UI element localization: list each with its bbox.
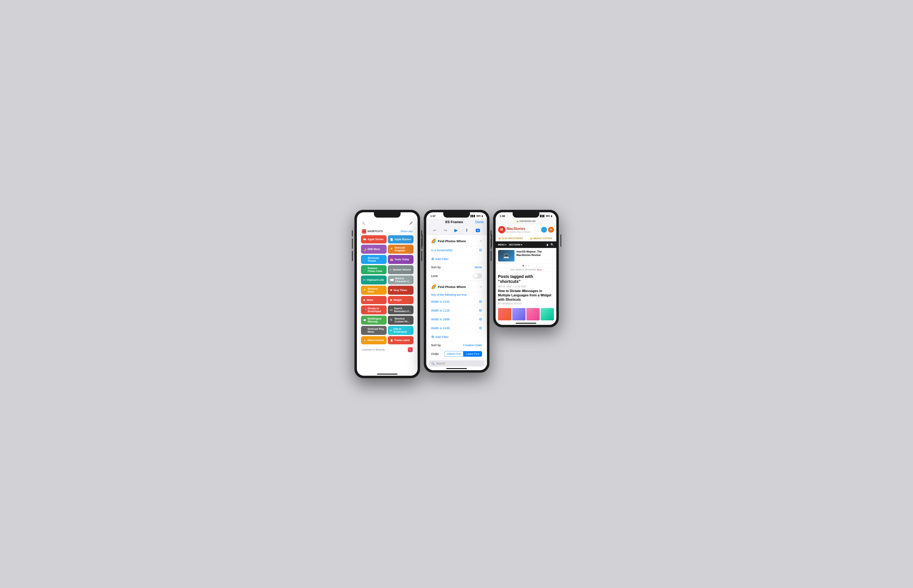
home-indicator-3	[516, 323, 536, 324]
search-icon-bottom: 🔍	[431, 362, 435, 365]
action-emoji-1: 🌈	[431, 239, 436, 244]
shortcut-shortcut-ideas[interactable]: 💡 Shortcut Ideas	[361, 286, 387, 295]
thumb-1[interactable]	[498, 308, 512, 320]
thumb-4[interactable]	[541, 308, 554, 320]
latest-first-btn[interactable]: Latest First	[463, 351, 482, 357]
close-action-1[interactable]: ✕	[479, 239, 482, 243]
widget-footer: Customize in Shortcuts ✂	[359, 346, 415, 354]
mute-button-3	[490, 230, 492, 236]
edit-button[interactable]: Edit	[380, 359, 395, 366]
carousel-dots	[495, 264, 556, 268]
article-title[interactable]: How to Dictate iMessages in Multiple Lan…	[498, 289, 554, 302]
shortcut-overcast-play[interactable]: 🎧 Overcast Play Menu	[361, 326, 387, 335]
article-author: BY FEDERICO VITICCI	[498, 302, 554, 305]
dot-2	[525, 265, 526, 267]
shortcut-apple-stories[interactable]: 📖 Apple Stories	[361, 235, 387, 244]
weekly-extras-btn[interactable]: 👑 WEEKLY EXTRAS	[526, 236, 556, 241]
shortcut-sexy-times[interactable]: ❤ Sexy Times	[388, 286, 413, 295]
oldest-first-btn[interactable]: Oldest First	[445, 351, 463, 357]
shortcut-label: Multilingual iMessag...	[368, 317, 385, 323]
shortcut-label: Apple Rumors	[395, 238, 411, 241]
shortcut-waist[interactable]: ✚ Waist	[361, 296, 387, 304]
remove-filter-w1242[interactable]: ⊖	[479, 299, 482, 304]
action-header-2: 🌈 Find Photos Where ✕	[429, 282, 484, 291]
shortcut-tasks-today[interactable]: 📅 Tasks Today	[388, 255, 413, 264]
remove-filter-1[interactable]: ⊖	[479, 248, 482, 252]
nav-bar-2: XS Frames Done	[426, 219, 487, 226]
search-bar-bottom[interactable]: 🔍 Search	[429, 360, 484, 367]
phone1-screen: 1:37 ▋▋▋ WiFi ▮ 🔍 Search 🎤 ✂	[357, 212, 418, 376]
add-filter-row-1[interactable]: ⊕ Add Filter	[429, 255, 484, 263]
shortcut-dnd-menu[interactable]: 🌙 DND Menu	[361, 245, 387, 254]
menu-nav-item[interactable]: MENU ▾	[498, 244, 507, 246]
share-icon[interactable]: ⬆	[465, 228, 468, 233]
shortcut-dictate[interactable]: 🎤 Dictate to Scratchpad	[361, 305, 387, 314]
shortcut-custom-sh[interactable]: 🔍 Shortcut Custom Sh...	[388, 316, 413, 325]
remove-filter-w2436[interactable]: ⊖	[479, 326, 482, 330]
done-button[interactable]: Done	[475, 220, 484, 224]
remove-filter-w1125[interactable]: ⊖	[479, 308, 482, 313]
search-nav-icon[interactable]: 🔍	[550, 243, 554, 246]
remove-filter-w2688[interactable]: ⊖	[479, 317, 482, 321]
limit-toggle[interactable]	[473, 273, 482, 278]
undo-icon[interactable]: ↩	[433, 228, 437, 233]
shortcut-label: Redeem iTunes Code	[368, 267, 385, 273]
shortcut-clipboard-link[interactable]: ✂ Clipboard Link	[361, 275, 387, 284]
shortcut-icon: ✚	[363, 299, 365, 302]
home-indicator-2	[446, 368, 467, 369]
url-text: macstories.net	[520, 220, 536, 223]
nav-title-2: XS Frames	[445, 220, 463, 224]
volume-down-button	[352, 251, 353, 261]
shortcut-redeem-itunes[interactable]: 🛒 Redeem iTunes Code	[361, 265, 387, 274]
shortcut-icon: 🎧	[363, 329, 366, 332]
shortcut-icon: ✂	[363, 278, 365, 282]
sponsor-link[interactable]: Bear	[537, 269, 542, 271]
shortcut-icon: 📄	[390, 238, 393, 241]
safari-bar[interactable]: 🔒 macstories.net	[495, 219, 556, 224]
sort-value-2[interactable]: Creation Date	[463, 343, 482, 347]
view-toggle[interactable]: ⊞	[476, 229, 480, 232]
sort-by-row-1: Sort by None	[429, 263, 484, 271]
shortcut-home-control[interactable]: 🏠 Home Control	[361, 336, 387, 344]
search-bar-1[interactable]: 🔍 Search 🎤	[359, 220, 415, 226]
sections-nav-item[interactable]: SECTIONS ▾	[509, 244, 522, 246]
thumb-2[interactable]	[512, 308, 526, 320]
shortcut-icon: 💬	[363, 319, 366, 322]
add-filter-icon-1: ⊕	[431, 257, 434, 261]
contrast-icon[interactable]: ◑	[546, 243, 548, 246]
shortcut-word-character[interactable]: ⌨ Word & Character C...	[388, 275, 413, 284]
shortcut-clip-scratchpad[interactable]: ✂ Clip to Scratchpad	[388, 326, 413, 335]
club-macstories-btn[interactable]: 👑 CLUB MACSTORIES	[495, 236, 526, 241]
order-buttons: Oldest First Latest First	[445, 351, 482, 357]
rss-icon[interactable]: 📡	[548, 227, 554, 233]
shortcut-label: Frame Latest	[395, 339, 410, 342]
shortcut-frame-latest[interactable]: 📋 Frame Latest	[388, 336, 413, 344]
limit-label: Limit	[431, 274, 438, 278]
twitter-icon[interactable]: 🐦	[541, 227, 547, 233]
shortcut-apple-rumors[interactable]: 📄 Apple Rumors	[388, 235, 413, 244]
thumb-3[interactable]	[526, 308, 540, 320]
action-header-1: 🌈 Find Photos Where ✕	[429, 236, 484, 246]
shortcut-system-volume[interactable]: ≡ System Volume	[388, 265, 413, 274]
redo-icon[interactable]: ↪	[444, 228, 447, 233]
signal-icon: ▋▋▋	[401, 215, 406, 217]
phone1-bottom: Edit ② New Widgets Available	[357, 355, 418, 372]
shortcut-weight[interactable]: ✚ Weight	[388, 296, 413, 304]
battery-icon: ▮	[412, 215, 413, 217]
shortcut-overcast-chapters[interactable]: 💡 Overcast Chapters	[388, 245, 413, 254]
toolbar-row: ↩ ↪ ▶ ⬆ ⊞	[426, 226, 487, 235]
shortcut-label: DND Menu	[368, 248, 380, 250]
ms-logo: M MacStories By Federico Viticci & Frien…	[498, 226, 530, 233]
shortcuts-app-logo: ✂	[408, 347, 413, 352]
close-action-2[interactable]: ✕	[479, 285, 482, 289]
shortcut-multilingual[interactable]: 💬 Multilingual iMessag...	[361, 316, 387, 325]
sort-value-1[interactable]: None	[475, 265, 482, 269]
show-less-btn[interactable]: Show Less	[401, 230, 413, 233]
play-icon[interactable]: ▶	[454, 228, 458, 233]
shortcut-shortcuts-thread[interactable]: 🐦 Shortcuts Thread	[361, 255, 387, 264]
shortcut-search-reminders[interactable]: ••• Search Reminders F...	[388, 305, 413, 314]
action-block-2: 🌈 Find Photos Where ✕ Any of the followi…	[429, 282, 484, 359]
shortcut-label: Home Control	[368, 339, 384, 342]
add-filter-row-2[interactable]: ⊕ Add Filter	[429, 333, 484, 341]
limit-row: Limit	[429, 271, 484, 281]
